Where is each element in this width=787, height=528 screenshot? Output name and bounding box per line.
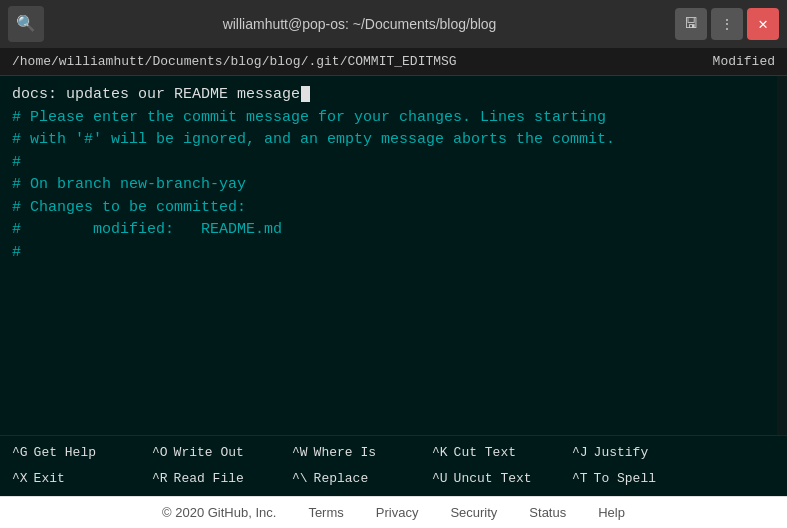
- footer: © 2020 GitHub, Inc. Terms Privacy Securi…: [0, 496, 787, 528]
- footer-link-security[interactable]: Security: [450, 505, 497, 520]
- editor-line-5: # On branch new-branch-yay: [12, 174, 775, 197]
- menu-key-write-out: ^O: [152, 444, 168, 462]
- titlebar-actions: 🖫 ⋮ ✕: [675, 8, 779, 40]
- menu-key-exit: ^X: [12, 470, 28, 488]
- menu-item-replace[interactable]: ^\ Replace: [280, 466, 420, 492]
- menu-item-uncut-text[interactable]: ^U Uncut Text: [420, 466, 560, 492]
- close-icon: ✕: [758, 14, 768, 34]
- menu-item-read-file[interactable]: ^R Read File: [140, 466, 280, 492]
- footer-link-help[interactable]: Help: [598, 505, 625, 520]
- menu-item-cut-text[interactable]: ^K Cut Text: [420, 440, 560, 466]
- menu-item-get-help[interactable]: ^G Get Help: [0, 440, 140, 466]
- window-title: williamhutt@pop-os: ~/Documents/blog/blo…: [44, 16, 675, 32]
- menu-key-replace: ^\: [292, 470, 308, 488]
- menu-label-write-out: Write Out: [174, 444, 244, 462]
- search-icon: 🔍: [16, 14, 36, 34]
- menu-key-where-is: ^W: [292, 444, 308, 462]
- menu-key-get-help: ^G: [12, 444, 28, 462]
- menu-item-exit[interactable]: ^X Exit: [0, 466, 140, 492]
- filepath-bar: /home/williamhutt/Documents/blog/blog/.g…: [0, 48, 787, 76]
- menu-key-read-file: ^R: [152, 470, 168, 488]
- editor-line-2: # Please enter the commit message for yo…: [12, 107, 775, 130]
- menu-item-to-spell[interactable]: ^T To Spell: [560, 466, 700, 492]
- menu-item-justify[interactable]: ^J Justify: [560, 440, 700, 466]
- footer-link-status[interactable]: Status: [529, 505, 566, 520]
- menu-label-where-is: Where Is: [314, 444, 376, 462]
- menu-label-to-spell: To Spell: [594, 470, 656, 488]
- menu-label-replace: Replace: [314, 470, 369, 488]
- menu-item-where-is[interactable]: ^W Where Is: [280, 440, 420, 466]
- editor-line-1: docs: updates our README message: [12, 84, 775, 107]
- menu-key-to-spell: ^T: [572, 470, 588, 488]
- close-button[interactable]: ✕: [747, 8, 779, 40]
- menu-label-uncut-text: Uncut Text: [454, 470, 532, 488]
- menu-item-write-out[interactable]: ^O Write Out: [140, 440, 280, 466]
- menu-label-read-file: Read File: [174, 470, 244, 488]
- menu-key-cut-text: ^K: [432, 444, 448, 462]
- menu-icon: ⋮: [720, 16, 734, 33]
- titlebar: 🔍 williamhutt@pop-os: ~/Documents/blog/b…: [0, 0, 787, 48]
- editor-line-3: # with '#' will be ignored, and an empty…: [12, 129, 775, 152]
- footer-link-terms[interactable]: Terms: [308, 505, 343, 520]
- search-button[interactable]: 🔍: [8, 6, 44, 42]
- copyright-text: © 2020 GitHub, Inc.: [162, 505, 276, 520]
- menu-key-justify: ^J: [572, 444, 588, 462]
- menu-label-exit: Exit: [34, 470, 65, 488]
- menu-label-get-help: Get Help: [34, 444, 96, 462]
- footer-link-privacy[interactable]: Privacy: [376, 505, 419, 520]
- editor-area[interactable]: docs: updates our README message # Pleas…: [0, 76, 787, 435]
- save-button[interactable]: 🖫: [675, 8, 707, 40]
- menu-label-justify: Justify: [594, 444, 649, 462]
- scrollbar[interactable]: [777, 76, 787, 435]
- editor-line-8: #: [12, 242, 775, 265]
- editor-line-7: # modified: README.md: [12, 219, 775, 242]
- filepath-text: /home/williamhutt/Documents/blog/blog/.g…: [12, 54, 457, 69]
- menu-bar: ^G Get Help ^O Write Out ^W Where Is ^K …: [0, 435, 787, 496]
- editor-line-4: #: [12, 152, 775, 175]
- menu-label-cut-text: Cut Text: [454, 444, 516, 462]
- file-status: Modified: [713, 54, 775, 69]
- save-icon: 🖫: [684, 16, 698, 32]
- cursor: [301, 86, 310, 102]
- menu-button[interactable]: ⋮: [711, 8, 743, 40]
- editor-line-6: # Changes to be committed:: [12, 197, 775, 220]
- menu-key-uncut-text: ^U: [432, 470, 448, 488]
